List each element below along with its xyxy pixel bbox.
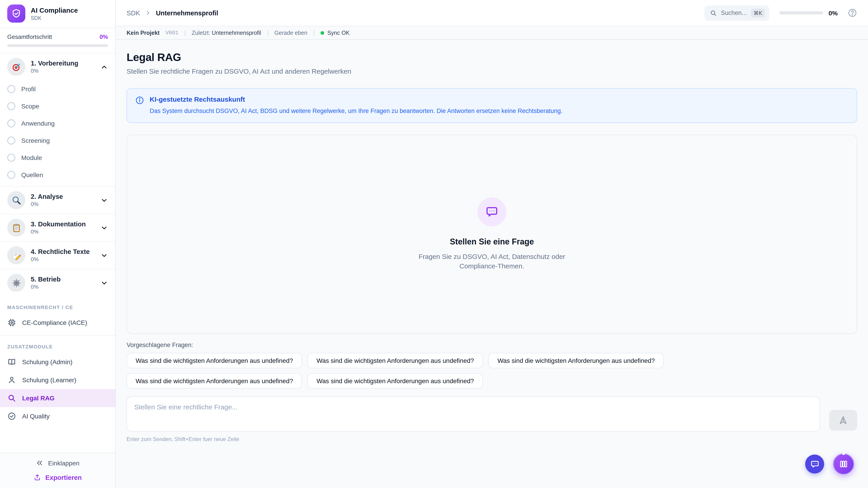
header-progress: 0% — [779, 9, 838, 17]
phase-betrieb[interactable]: 5. Betrieb 0% — [0, 269, 115, 296]
top-bar: SDK Unternehmensprofil Suchen... ⌘K 0% — [116, 0, 868, 26]
empty-state-body: Fragen Sie zu DSGVO, AI Act, Datenschutz… — [414, 252, 570, 271]
magnifier-icon — [7, 191, 25, 209]
phase-vorbereitung[interactable]: 1. Vorbereitung 0% — [0, 53, 115, 80]
phase-analyse[interactable]: 2. Analyse 0% — [0, 187, 115, 214]
gear-icon — [7, 274, 25, 292]
question-input[interactable] — [127, 396, 820, 431]
chevron-up-icon — [100, 63, 108, 71]
status-circle-icon — [7, 154, 16, 162]
check-circle-icon — [7, 412, 16, 421]
info-icon — [135, 96, 144, 116]
sidebar-item-schulung-admin[interactable]: Schulung (Admin) — [0, 353, 115, 371]
suggestion-chip[interactable]: Was sind die wichtigsten Anforderungen a… — [127, 373, 302, 389]
last-saved: Zuletzt: Unternehmensprofil — [192, 30, 261, 36]
search-icon — [710, 9, 717, 17]
sidebar: AI Compliance SDK Gesamtfortschritt 0% — [0, 0, 116, 488]
info-banner: KI-gestuetzte Rechtsauskunft Das System … — [127, 88, 857, 123]
phase-label: 2. Analyse — [31, 193, 95, 200]
sidebar-item-module[interactable]: Module — [0, 149, 115, 166]
sidebar-item-legal-rag[interactable]: Legal RAG — [0, 389, 115, 407]
suggestion-chip[interactable]: Was sind die wichtigsten Anforderungen a… — [307, 373, 483, 389]
chevron-down-icon — [100, 252, 108, 259]
search-button[interactable]: Suchen... ⌘K — [704, 5, 769, 21]
separator: | — [184, 30, 186, 36]
phase-label: 1. Vorbereitung — [31, 60, 95, 67]
overall-progress-bar — [7, 44, 108, 47]
keyboard-shortcut-badge: ⌘K — [751, 8, 765, 18]
section-label-zusatzmodule: ZUSATZMODULE — [0, 336, 115, 353]
header-progress-value: 0% — [829, 9, 838, 17]
cpu-icon — [7, 318, 16, 327]
target-icon — [7, 58, 25, 76]
search-icon — [7, 394, 16, 402]
phase-label: 4. Rechtliche Texte — [31, 248, 95, 255]
overall-progress: Gesamtfortschritt 0% — [0, 29, 115, 53]
status-circle-icon — [7, 85, 16, 93]
sidebar-item-schulung-learner[interactable]: Schulung (Learner) — [0, 371, 115, 389]
chat-bubble-icon — [810, 459, 819, 469]
chevrons-left-icon — [36, 459, 43, 467]
status-bar: Kein Projekt V001 | Zuletzt: Unternehmen… — [116, 26, 868, 40]
last-saved-time: Gerade eben — [274, 30, 307, 36]
overall-progress-value: 0% — [99, 33, 108, 40]
page-subtitle: Stellen Sie rechtliche Fragen zu DSGVO, … — [127, 67, 857, 75]
app-title: AI Compliance — [31, 6, 78, 15]
sidebar-item-anwendung[interactable]: Anwendung — [0, 115, 115, 132]
sync-status: Sync OK — [320, 30, 350, 36]
breadcrumb-current: Unternehmensprofil — [156, 9, 218, 17]
suggestion-chip[interactable]: Was sind die wichtigsten Anforderungen a… — [127, 353, 302, 368]
phase-dokumentation[interactable]: 3. Dokumentation 0% — [0, 214, 115, 241]
chat-bubble-icon — [485, 205, 499, 219]
sidebar-item-screening[interactable]: Screening — [0, 132, 115, 149]
sidebar-item-quellen[interactable]: Quellen — [0, 166, 115, 184]
phase-label: 5. Betrieb — [31, 275, 95, 283]
project-name: Kein Projekt — [127, 30, 160, 36]
export-button[interactable]: Exportieren — [7, 474, 108, 481]
chevron-down-icon — [100, 224, 108, 232]
status-circle-icon — [7, 119, 16, 127]
send-button[interactable] — [829, 410, 857, 431]
columns-icon — [839, 459, 848, 469]
user-icon — [7, 376, 16, 385]
breadcrumb: SDK Unternehmensprofil — [127, 9, 218, 17]
top-bar-right: Suchen... ⌘K 0% — [704, 5, 857, 21]
info-banner-title: KI-gestuetzte Rechtsauskunft — [150, 95, 562, 103]
overall-progress-label: Gesamtfortschritt — [7, 33, 52, 40]
phase-vorbereitung-items: Profil Scope Anwendung Screening Module — [0, 80, 115, 186]
brand: AI Compliance SDK — [0, 0, 115, 28]
sidebar-footer: Einklappen Exportieren — [0, 453, 115, 488]
page-title: Legal RAG — [127, 51, 857, 64]
status-circle-icon — [7, 136, 16, 144]
chevron-down-icon — [100, 279, 108, 287]
help-icon[interactable] — [848, 8, 857, 18]
suggestion-chip[interactable]: Was sind die wichtigsten Anforderungen a… — [489, 353, 664, 368]
breadcrumb-root[interactable]: SDK — [127, 9, 140, 17]
chat-fab-button[interactable] — [805, 455, 824, 474]
info-banner-body: Das System durchsucht DSGVO, AI Act, BDS… — [150, 107, 562, 116]
separator: | — [267, 30, 269, 36]
chevron-down-icon — [100, 196, 108, 204]
sidebar-item-profil[interactable]: Profil — [0, 80, 115, 98]
suggestion-chips: Was sind die wichtigsten Anforderungen a… — [127, 353, 683, 389]
empty-state-title: Stellen Sie eine Frage — [450, 237, 534, 247]
sidebar-item-scope[interactable]: Scope — [0, 98, 115, 115]
chat-bubble-badge — [477, 197, 506, 226]
collapse-sidebar-button[interactable]: Einklappen — [7, 459, 108, 467]
header-progress-bar — [779, 11, 823, 14]
brand-text: AI Compliance SDK — [31, 6, 78, 21]
version-badge: V001 — [165, 30, 179, 36]
sync-ok-dot-icon — [320, 31, 324, 35]
sidebar-item-ce-compliance[interactable]: CE-Compliance (IACE) — [0, 314, 115, 332]
status-circle-icon — [7, 102, 16, 110]
composer — [127, 396, 857, 431]
panels-fab-button[interactable] — [833, 453, 855, 475]
memo-icon — [7, 246, 25, 264]
page-content: Legal RAG Stellen Sie rechtliche Fragen … — [116, 40, 868, 488]
sidebar-item-ai-quality[interactable]: AI Quality — [0, 407, 115, 425]
phase-rechtliche-texte[interactable]: 4. Rechtliche Texte 0% — [0, 242, 115, 269]
phase-percent: 0% — [31, 68, 95, 74]
suggestion-chip[interactable]: Was sind die wichtigsten Anforderungen a… — [307, 353, 483, 368]
search-placeholder: Suchen... — [721, 9, 747, 16]
sidebar-nav: 1. Vorbereitung 0% Profil Scope — [0, 53, 115, 453]
